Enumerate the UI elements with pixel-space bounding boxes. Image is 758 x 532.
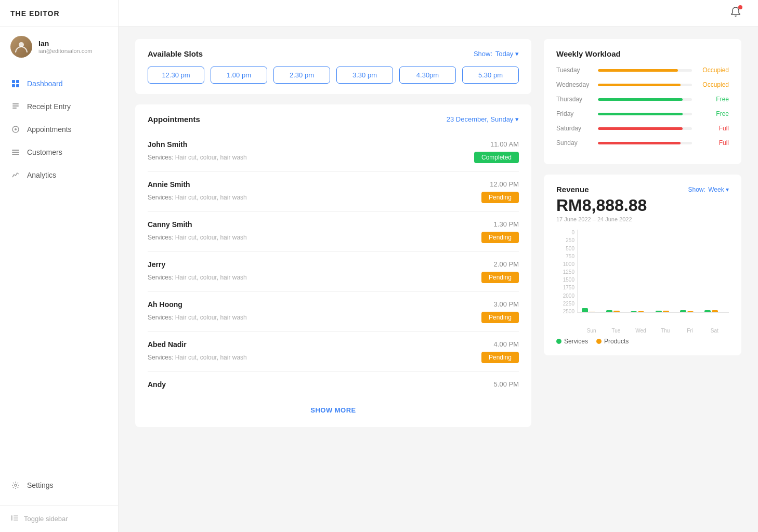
appointment-item: Ah Hoong 3.00 PM Services: Hair cut, col… bbox=[148, 292, 519, 332]
slot-button[interactable]: 4.30pm bbox=[399, 66, 456, 84]
sidebar-item-label: Appointments bbox=[27, 125, 72, 134]
main-content: Available Slots Show: Today ▾ 12.30 pm1.… bbox=[119, 0, 758, 532]
workload-day: Wednesday bbox=[556, 81, 593, 88]
appointment-item: Canny Smith 1.30 PM Services: Hair cut, … bbox=[148, 212, 519, 252]
chart-y-label: 2500 bbox=[556, 309, 574, 314]
user-profile: Ian ian@editorsalon.com bbox=[0, 26, 118, 67]
slot-button[interactable]: 1.00 pm bbox=[211, 66, 267, 84]
toggle-sidebar-label: Toggle sidebar bbox=[24, 515, 68, 523]
svg-rect-10 bbox=[12, 150, 19, 151]
workload-status: Free bbox=[700, 110, 729, 117]
status-badge[interactable]: Pending bbox=[481, 312, 519, 323]
available-slots-section: Available Slots Show: Today ▾ 12.30 pm1.… bbox=[135, 39, 531, 94]
products-bar bbox=[687, 311, 694, 312]
sidebar-footer: Toggle sidebar bbox=[0, 505, 118, 532]
revenue-show-value[interactable]: Week bbox=[708, 186, 724, 193]
chart-area bbox=[577, 230, 729, 313]
svg-rect-15 bbox=[14, 515, 18, 516]
services-bar bbox=[606, 310, 612, 312]
svg-rect-14 bbox=[11, 515, 12, 521]
sidebar-item-label: Settings bbox=[27, 481, 54, 489]
products-bar bbox=[712, 310, 718, 312]
sidebar-item-label: Receipt Entry bbox=[27, 102, 71, 111]
appointments-icon bbox=[10, 124, 21, 135]
legend-item: Products bbox=[596, 338, 629, 345]
sidebar-item-label: Customers bbox=[27, 148, 62, 156]
workload-bar bbox=[598, 69, 678, 72]
chart-x-label: Wed bbox=[631, 328, 651, 334]
services-bar bbox=[656, 311, 662, 312]
slot-button[interactable]: 5.30 pm bbox=[462, 66, 519, 84]
sidebar-item-analytics[interactable]: Analytics bbox=[0, 164, 118, 187]
dashboard-icon bbox=[10, 78, 21, 89]
status-badge[interactable]: Pending bbox=[481, 352, 519, 363]
chart-x-axis: SunTueWedThuFriSat bbox=[577, 326, 729, 334]
slot-button[interactable]: 2.30 pm bbox=[273, 66, 330, 84]
workload-row: Friday Free bbox=[556, 110, 729, 117]
slots-show: Show: Today ▾ bbox=[474, 50, 519, 58]
chart-y-label: 1250 bbox=[556, 269, 574, 275]
status-badge[interactable]: Pending bbox=[481, 232, 519, 243]
toggle-sidebar-button[interactable]: Toggle sidebar bbox=[10, 514, 108, 524]
workload-status: Full bbox=[700, 125, 729, 132]
content-area: Available Slots Show: Today ▾ 12.30 pm1.… bbox=[119, 26, 758, 440]
svg-rect-17 bbox=[14, 520, 18, 521]
top-bar bbox=[119, 0, 758, 26]
chart-legend: Services Products bbox=[556, 338, 729, 345]
slot-button[interactable]: 12.30 pm bbox=[148, 66, 204, 84]
status-badge[interactable]: Completed bbox=[474, 152, 519, 163]
svg-rect-4 bbox=[16, 84, 19, 87]
legend-dot bbox=[596, 339, 602, 344]
notification-bell[interactable] bbox=[730, 6, 741, 20]
workload-bar-container bbox=[598, 127, 692, 130]
workload-row: Saturday Full bbox=[556, 125, 729, 132]
appointment-time: 11.00 AM bbox=[490, 140, 519, 148]
appointment-name: Ah Hoong bbox=[148, 300, 182, 309]
sidebar-item-settings[interactable]: Settings bbox=[10, 474, 108, 497]
chart-y-label: 1500 bbox=[556, 277, 574, 283]
workload-bar-container bbox=[598, 69, 692, 72]
chart-x-label: Thu bbox=[655, 328, 675, 334]
svg-rect-12 bbox=[12, 154, 19, 155]
products-bar bbox=[638, 311, 644, 312]
slot-button[interactable]: 3.30 pm bbox=[336, 66, 393, 84]
chart-y-axis: 25002250200017501500125010007505002500 bbox=[556, 230, 574, 314]
svg-rect-3 bbox=[12, 84, 15, 87]
svg-rect-7 bbox=[12, 108, 17, 109]
sidebar-item-customers[interactable]: Customers bbox=[0, 141, 118, 164]
sidebar-item-appointments[interactable]: Appointments bbox=[0, 118, 118, 141]
appointment-services: Services: Hair cut, colour, hair wash bbox=[148, 154, 247, 161]
svg-rect-5 bbox=[12, 103, 19, 104]
workload-day: Saturday bbox=[556, 125, 593, 132]
revenue-show: Show: Week ▾ bbox=[688, 186, 729, 193]
appointment-time: 5.00 PM bbox=[494, 380, 519, 388]
appointments-section: Appointments 23 December, Sunday ▾ John … bbox=[135, 104, 531, 427]
workload-status: Free bbox=[700, 96, 729, 103]
sidebar-item-receipt-entry[interactable]: Receipt Entry bbox=[0, 95, 118, 118]
revenue-header: Revenue Show: Week ▾ bbox=[556, 185, 729, 194]
chart-y-label: 1000 bbox=[556, 261, 574, 267]
workload-status: Full bbox=[700, 139, 729, 147]
slots-show-value[interactable]: Today bbox=[495, 50, 514, 58]
chart-bar-group bbox=[631, 311, 651, 312]
show-more-button[interactable]: SHOW MORE bbox=[310, 406, 356, 414]
workload-day: Tuesday bbox=[556, 66, 593, 74]
appointments-date[interactable]: 23 December, Sunday ▾ bbox=[447, 115, 519, 123]
services-bar bbox=[582, 308, 588, 312]
svg-point-13 bbox=[15, 484, 17, 486]
products-bar bbox=[589, 312, 595, 312]
status-badge[interactable]: Pending bbox=[481, 192, 519, 203]
legend-item: Services bbox=[556, 338, 588, 345]
appointment-services: Services: Hair cut, colour, hair wash bbox=[148, 314, 247, 321]
workload-day: Thursday bbox=[556, 96, 593, 103]
svg-rect-6 bbox=[12, 105, 19, 107]
workload-bar-container bbox=[598, 84, 692, 86]
services-bar bbox=[704, 310, 711, 312]
svg-rect-16 bbox=[14, 517, 18, 518]
status-badge[interactable]: Pending bbox=[481, 272, 519, 283]
workload-panel: Weekly Workload Tuesday Occupied Wednesd… bbox=[544, 39, 741, 164]
slots-header: Available Slots Show: Today ▾ bbox=[148, 49, 519, 58]
appointments-header: Appointments 23 December, Sunday ▾ bbox=[148, 115, 519, 124]
sidebar-item-dashboard[interactable]: Dashboard bbox=[0, 72, 118, 95]
workload-row: Thursday Free bbox=[556, 96, 729, 103]
